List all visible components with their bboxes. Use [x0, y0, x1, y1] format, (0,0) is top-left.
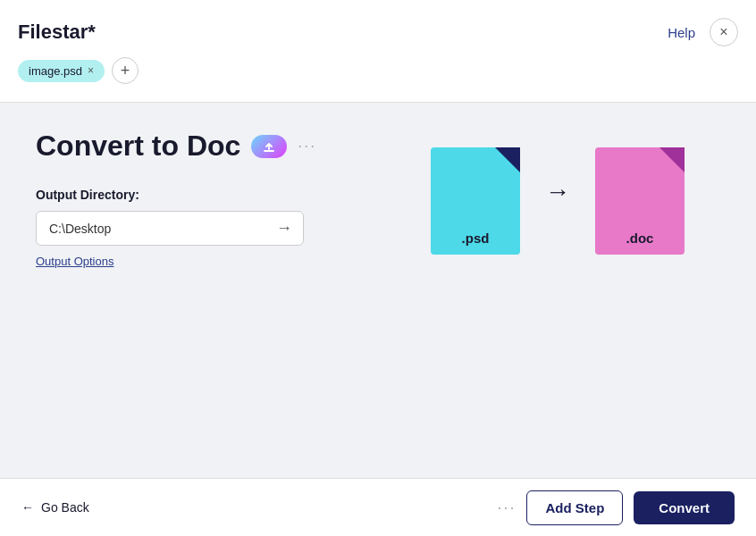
doc-file-corner — [659, 147, 685, 172]
source-ext-label: .psd — [462, 230, 490, 246]
arrow-icon: → — [545, 178, 570, 206]
back-arrow-icon: ← — [21, 500, 34, 515]
add-step-button[interactable]: Add Step — [526, 490, 623, 525]
conversion-arrow: → — [545, 178, 570, 224]
footer-right: ··· Add Step Convert — [497, 490, 735, 525]
tab-close-icon[interactable]: × — [88, 65, 94, 76]
output-options-link[interactable]: Output Options — [36, 255, 113, 268]
tab-label: image.psd — [29, 64, 82, 78]
directory-input[interactable] — [37, 213, 265, 245]
psd-file-corner — [495, 147, 520, 172]
close-button[interactable]: × — [710, 18, 738, 46]
more-options-button[interactable]: ··· — [298, 137, 316, 155]
target-ext-label: .doc — [626, 230, 654, 246]
main-content: Convert to Doc ··· Output Directory: → O… — [0, 103, 756, 478]
app-logo: Filestar* — [18, 21, 96, 44]
footer: ← Go Back ··· Add Step Convert — [0, 478, 756, 536]
file-tab[interactable]: image.psd × — [18, 60, 105, 82]
add-tab-button[interactable]: + — [112, 57, 139, 84]
source-file-icon: .psd — [431, 147, 520, 255]
conversion-visual: .psd → .doc — [431, 147, 685, 255]
upload-badge[interactable] — [251, 135, 287, 158]
help-link[interactable]: Help — [668, 25, 695, 40]
tabs-row: image.psd × + — [18, 57, 738, 84]
go-back-button[interactable]: ← Go Back — [21, 500, 89, 515]
upload-icon — [262, 139, 276, 154]
header-right: Help × — [668, 18, 738, 46]
target-file-icon: .doc — [595, 147, 685, 255]
go-back-label: Go Back — [41, 500, 89, 515]
footer-more-button[interactable]: ··· — [497, 498, 516, 517]
header-top: Filestar* Help × — [18, 18, 738, 46]
header: Filestar* Help × image.psd × + — [0, 0, 756, 103]
convert-button[interactable]: Convert — [634, 491, 735, 524]
directory-browse-button[interactable]: → — [265, 212, 303, 245]
directory-input-row: → — [36, 211, 304, 246]
page-title: Convert to Doc — [36, 130, 240, 163]
